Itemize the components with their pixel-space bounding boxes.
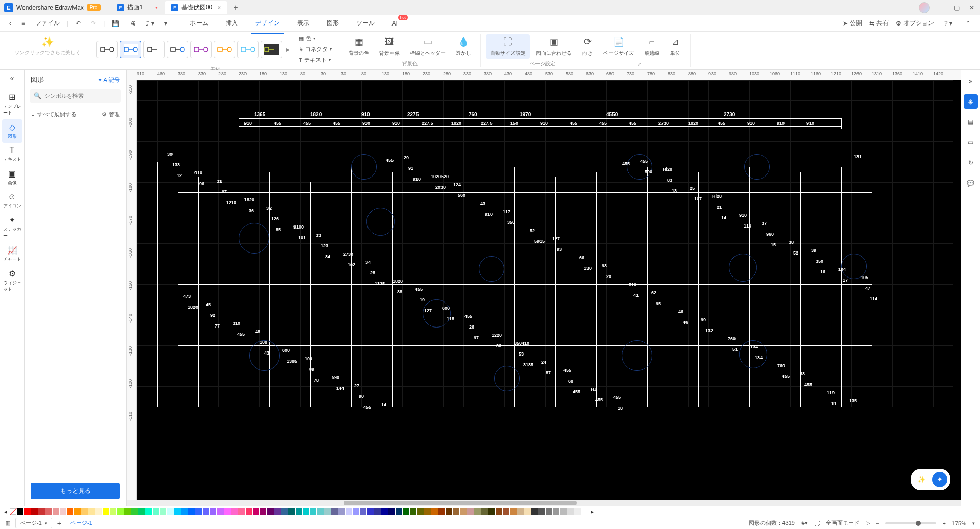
color-swatch[interactable] bbox=[145, 508, 152, 515]
page-button-4[interactable]: ⌐飛越線 bbox=[640, 34, 664, 59]
color-swatch[interactable] bbox=[174, 508, 181, 515]
zoom-value[interactable]: 175% bbox=[952, 520, 966, 526]
color-swatch[interactable] bbox=[296, 508, 302, 515]
color-swatch[interactable] bbox=[538, 508, 545, 515]
page-selector[interactable]: ページ-1 ▾ bbox=[15, 518, 52, 528]
color-swatch[interactable] bbox=[424, 508, 431, 515]
color-swatch[interactable] bbox=[231, 508, 238, 515]
pages-list-icon[interactable]: ▥ bbox=[5, 520, 10, 526]
maximize-icon[interactable]: ▢ bbox=[952, 4, 961, 12]
manage-button[interactable]: ⚙管理 bbox=[102, 111, 120, 118]
color-swatch[interactable] bbox=[81, 508, 88, 515]
back-button[interactable]: ‹ bbox=[6, 18, 14, 29]
rail-item-3[interactable]: ▣画像 bbox=[2, 166, 22, 189]
main-tab-5[interactable]: ツール bbox=[352, 16, 379, 31]
colorbar-next-icon[interactable]: ▸ bbox=[591, 508, 594, 515]
color-swatch[interactable] bbox=[438, 508, 445, 515]
color-swatch[interactable] bbox=[331, 508, 338, 515]
color-swatch[interactable] bbox=[403, 508, 409, 515]
export-button[interactable]: ⤴ ▾ bbox=[143, 18, 157, 29]
main-tab-6[interactable]: AIhot bbox=[388, 17, 402, 30]
zoom-thumb[interactable] bbox=[916, 521, 921, 526]
color-swatch[interactable] bbox=[517, 508, 524, 515]
zoom-slider[interactable] bbox=[885, 522, 936, 524]
color-swatch[interactable] bbox=[24, 508, 31, 515]
color-swatch[interactable] bbox=[474, 508, 481, 515]
color-swatch[interactable] bbox=[124, 508, 131, 515]
color-swatch[interactable] bbox=[410, 508, 416, 515]
page-button-1[interactable]: ▣図面に合わせる bbox=[532, 34, 576, 59]
redo-button[interactable]: ↷ bbox=[88, 18, 99, 29]
undo-button[interactable]: ↶ bbox=[72, 18, 84, 29]
magic-wand-button[interactable]: ✨ bbox=[914, 472, 929, 487]
color-swatch[interactable] bbox=[53, 508, 59, 515]
comments-button[interactable]: 💬 bbox=[964, 176, 978, 190]
color-swatch[interactable] bbox=[60, 508, 66, 515]
color-swatch[interactable] bbox=[324, 508, 331, 515]
color-swatch[interactable] bbox=[117, 508, 124, 515]
color-swatch[interactable] bbox=[203, 508, 209, 515]
color-swatch[interactable] bbox=[360, 508, 366, 515]
color-swatch[interactable] bbox=[317, 508, 324, 515]
color-swatch[interactable] bbox=[195, 508, 202, 515]
color-swatch[interactable] bbox=[238, 508, 245, 515]
ai-beautify-button[interactable]: ✨ ワンクリックでさらに美しく bbox=[9, 34, 86, 58]
color-swatch[interactable] bbox=[246, 508, 252, 515]
color-swatch[interactable] bbox=[38, 508, 45, 515]
fit-icon[interactable]: ⛶ bbox=[814, 520, 820, 526]
color-swatch[interactable] bbox=[353, 508, 359, 515]
page-tab[interactable]: ページ-1 bbox=[66, 518, 96, 528]
color-swatch[interactable] bbox=[160, 508, 166, 515]
expand-all-button[interactable]: ⌄すべて展開する bbox=[31, 111, 77, 118]
save-button[interactable]: 💾 bbox=[109, 18, 122, 29]
options-button[interactable]: ⚙オプション bbox=[896, 19, 934, 28]
color-swatch[interactable] bbox=[167, 508, 174, 515]
main-tab-2[interactable]: デザイン bbox=[251, 16, 284, 31]
add-tab-button[interactable]: + bbox=[233, 3, 238, 12]
properties-button[interactable]: ◈ bbox=[964, 94, 978, 109]
style-preset-3[interactable] bbox=[167, 41, 188, 58]
collapse-left-icon[interactable]: « bbox=[10, 74, 14, 82]
avatar-icon[interactable] bbox=[919, 2, 930, 13]
close-icon[interactable]: × bbox=[217, 4, 221, 11]
color-swatch[interactable] bbox=[560, 508, 567, 515]
hamburger-icon[interactable]: ≡ bbox=[18, 18, 28, 29]
more-button[interactable]: ▾ bbox=[161, 18, 170, 29]
connector-dropdown[interactable]: ↳コネクタ▾ bbox=[297, 44, 334, 54]
color-swatch[interactable] bbox=[253, 508, 259, 515]
color-swatch[interactable] bbox=[417, 508, 424, 515]
rail-item-1[interactable]: ◇図形 bbox=[2, 119, 22, 143]
ruler-horizontal[interactable]: 9104603803302802301801308030308013018023… bbox=[127, 70, 961, 80]
color-swatch[interactable] bbox=[553, 508, 559, 515]
color-swatch[interactable] bbox=[103, 508, 109, 515]
main-tab-3[interactable]: 表示 bbox=[293, 16, 313, 31]
color-swatch[interactable] bbox=[467, 508, 474, 515]
style-preset-7[interactable] bbox=[261, 41, 282, 58]
color-swatch[interactable] bbox=[281, 508, 288, 515]
color-swatch[interactable] bbox=[267, 508, 274, 515]
zoom-out-button[interactable]: − bbox=[876, 520, 879, 526]
color-swatch[interactable] bbox=[496, 508, 502, 515]
fullscreen-button[interactable]: 全画面モード bbox=[826, 519, 860, 527]
layers-icon[interactable]: ◈▾ bbox=[801, 520, 808, 526]
minimize-icon[interactable]: — bbox=[937, 4, 945, 12]
more-button[interactable]: もっと見る bbox=[31, 483, 120, 499]
doc-tab-0[interactable]: E 描画1 ● bbox=[111, 1, 164, 14]
colorbar-prev-icon[interactable]: ◂ bbox=[4, 508, 7, 515]
color-swatch[interactable] bbox=[188, 508, 195, 515]
style-preset-0[interactable] bbox=[96, 41, 118, 58]
rail-item-4[interactable]: ☺アイコン bbox=[2, 189, 22, 212]
file-menu[interactable]: ファイル bbox=[32, 17, 63, 30]
color-swatch[interactable] bbox=[288, 508, 295, 515]
color-dropdown[interactable]: ▦色▾ bbox=[297, 34, 334, 43]
print-button[interactable]: 🖨 bbox=[127, 18, 139, 29]
color-swatch[interactable] bbox=[531, 508, 538, 515]
color-swatch[interactable] bbox=[110, 508, 116, 515]
page-button-2[interactable]: ⟳向き bbox=[578, 34, 597, 59]
publish-button[interactable]: ➤公開 bbox=[843, 19, 862, 28]
rail-item-5[interactable]: ✦ステッカー bbox=[2, 212, 22, 242]
color-swatch[interactable] bbox=[346, 508, 352, 515]
color-swatch[interactable] bbox=[524, 508, 531, 515]
share-button[interactable]: ⇆共有 bbox=[869, 19, 889, 28]
color-swatch[interactable] bbox=[381, 508, 388, 515]
